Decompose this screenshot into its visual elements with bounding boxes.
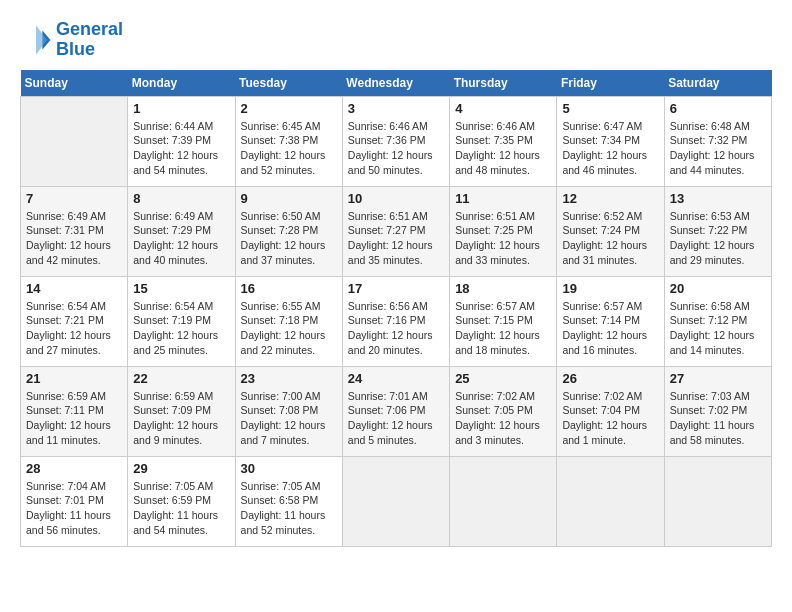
- day-cell: 13Sunrise: 6:53 AMSunset: 7:22 PMDayligh…: [664, 186, 771, 276]
- day-number: 5: [562, 101, 658, 116]
- day-cell: 9Sunrise: 6:50 AMSunset: 7:28 PMDaylight…: [235, 186, 342, 276]
- day-info: Sunrise: 6:57 AMSunset: 7:14 PMDaylight:…: [562, 299, 658, 358]
- day-info: Sunrise: 6:55 AMSunset: 7:18 PMDaylight:…: [241, 299, 337, 358]
- day-cell: 7Sunrise: 6:49 AMSunset: 7:31 PMDaylight…: [21, 186, 128, 276]
- day-header-monday: Monday: [128, 70, 235, 97]
- day-number: 25: [455, 371, 551, 386]
- day-cell: 20Sunrise: 6:58 AMSunset: 7:12 PMDayligh…: [664, 276, 771, 366]
- day-cell: 5Sunrise: 6:47 AMSunset: 7:34 PMDaylight…: [557, 96, 664, 186]
- day-info: Sunrise: 6:59 AMSunset: 7:09 PMDaylight:…: [133, 389, 229, 448]
- day-info: Sunrise: 7:02 AMSunset: 7:05 PMDaylight:…: [455, 389, 551, 448]
- day-info: Sunrise: 7:02 AMSunset: 7:04 PMDaylight:…: [562, 389, 658, 448]
- day-cell: 21Sunrise: 6:59 AMSunset: 7:11 PMDayligh…: [21, 366, 128, 456]
- day-number: 10: [348, 191, 444, 206]
- day-cell: [450, 456, 557, 546]
- day-cell: 25Sunrise: 7:02 AMSunset: 7:05 PMDayligh…: [450, 366, 557, 456]
- day-cell: 30Sunrise: 7:05 AMSunset: 6:58 PMDayligh…: [235, 456, 342, 546]
- day-info: Sunrise: 6:49 AMSunset: 7:31 PMDaylight:…: [26, 209, 122, 268]
- day-cell: 2Sunrise: 6:45 AMSunset: 7:38 PMDaylight…: [235, 96, 342, 186]
- day-info: Sunrise: 6:44 AMSunset: 7:39 PMDaylight:…: [133, 119, 229, 178]
- day-cell: [342, 456, 449, 546]
- day-number: 16: [241, 281, 337, 296]
- day-info: Sunrise: 7:05 AMSunset: 6:59 PMDaylight:…: [133, 479, 229, 538]
- day-cell: 26Sunrise: 7:02 AMSunset: 7:04 PMDayligh…: [557, 366, 664, 456]
- day-number: 13: [670, 191, 766, 206]
- day-info: Sunrise: 6:45 AMSunset: 7:38 PMDaylight:…: [241, 119, 337, 178]
- calendar-header-row: SundayMondayTuesdayWednesdayThursdayFrid…: [21, 70, 772, 97]
- week-row-2: 7Sunrise: 6:49 AMSunset: 7:31 PMDaylight…: [21, 186, 772, 276]
- day-number: 1: [133, 101, 229, 116]
- day-number: 29: [133, 461, 229, 476]
- day-header-wednesday: Wednesday: [342, 70, 449, 97]
- day-header-saturday: Saturday: [664, 70, 771, 97]
- day-cell: 16Sunrise: 6:55 AMSunset: 7:18 PMDayligh…: [235, 276, 342, 366]
- day-number: 18: [455, 281, 551, 296]
- day-info: Sunrise: 6:46 AMSunset: 7:36 PMDaylight:…: [348, 119, 444, 178]
- svg-marker-1: [36, 25, 47, 54]
- day-cell: 28Sunrise: 7:04 AMSunset: 7:01 PMDayligh…: [21, 456, 128, 546]
- day-cell: 11Sunrise: 6:51 AMSunset: 7:25 PMDayligh…: [450, 186, 557, 276]
- day-number: 22: [133, 371, 229, 386]
- day-number: 4: [455, 101, 551, 116]
- day-cell: 17Sunrise: 6:56 AMSunset: 7:16 PMDayligh…: [342, 276, 449, 366]
- day-info: Sunrise: 6:52 AMSunset: 7:24 PMDaylight:…: [562, 209, 658, 268]
- logo-text: General Blue: [56, 20, 123, 60]
- day-info: Sunrise: 6:54 AMSunset: 7:19 PMDaylight:…: [133, 299, 229, 358]
- day-number: 8: [133, 191, 229, 206]
- logo-icon: [20, 24, 52, 56]
- day-info: Sunrise: 6:51 AMSunset: 7:25 PMDaylight:…: [455, 209, 551, 268]
- day-number: 11: [455, 191, 551, 206]
- day-number: 14: [26, 281, 122, 296]
- day-number: 15: [133, 281, 229, 296]
- day-number: 19: [562, 281, 658, 296]
- day-info: Sunrise: 6:50 AMSunset: 7:28 PMDaylight:…: [241, 209, 337, 268]
- day-number: 2: [241, 101, 337, 116]
- day-info: Sunrise: 6:53 AMSunset: 7:22 PMDaylight:…: [670, 209, 766, 268]
- day-cell: 15Sunrise: 6:54 AMSunset: 7:19 PMDayligh…: [128, 276, 235, 366]
- day-number: 7: [26, 191, 122, 206]
- day-info: Sunrise: 7:04 AMSunset: 7:01 PMDaylight:…: [26, 479, 122, 538]
- day-cell: [557, 456, 664, 546]
- day-number: 6: [670, 101, 766, 116]
- day-cell: 18Sunrise: 6:57 AMSunset: 7:15 PMDayligh…: [450, 276, 557, 366]
- logo: General Blue: [20, 20, 123, 60]
- day-info: Sunrise: 6:54 AMSunset: 7:21 PMDaylight:…: [26, 299, 122, 358]
- calendar-table: SundayMondayTuesdayWednesdayThursdayFrid…: [20, 70, 772, 547]
- day-cell: 24Sunrise: 7:01 AMSunset: 7:06 PMDayligh…: [342, 366, 449, 456]
- day-header-thursday: Thursday: [450, 70, 557, 97]
- day-info: Sunrise: 6:48 AMSunset: 7:32 PMDaylight:…: [670, 119, 766, 178]
- week-row-3: 14Sunrise: 6:54 AMSunset: 7:21 PMDayligh…: [21, 276, 772, 366]
- day-info: Sunrise: 6:59 AMSunset: 7:11 PMDaylight:…: [26, 389, 122, 448]
- day-cell: 19Sunrise: 6:57 AMSunset: 7:14 PMDayligh…: [557, 276, 664, 366]
- day-cell: [21, 96, 128, 186]
- day-cell: 3Sunrise: 6:46 AMSunset: 7:36 PMDaylight…: [342, 96, 449, 186]
- day-number: 12: [562, 191, 658, 206]
- day-info: Sunrise: 6:49 AMSunset: 7:29 PMDaylight:…: [133, 209, 229, 268]
- day-number: 3: [348, 101, 444, 116]
- day-cell: 22Sunrise: 6:59 AMSunset: 7:09 PMDayligh…: [128, 366, 235, 456]
- week-row-5: 28Sunrise: 7:04 AMSunset: 7:01 PMDayligh…: [21, 456, 772, 546]
- page-header: General Blue: [20, 20, 772, 60]
- day-info: Sunrise: 6:56 AMSunset: 7:16 PMDaylight:…: [348, 299, 444, 358]
- day-number: 27: [670, 371, 766, 386]
- day-number: 9: [241, 191, 337, 206]
- day-cell: 8Sunrise: 6:49 AMSunset: 7:29 PMDaylight…: [128, 186, 235, 276]
- day-info: Sunrise: 6:46 AMSunset: 7:35 PMDaylight:…: [455, 119, 551, 178]
- day-info: Sunrise: 7:00 AMSunset: 7:08 PMDaylight:…: [241, 389, 337, 448]
- day-info: Sunrise: 6:47 AMSunset: 7:34 PMDaylight:…: [562, 119, 658, 178]
- day-cell: 10Sunrise: 6:51 AMSunset: 7:27 PMDayligh…: [342, 186, 449, 276]
- day-number: 24: [348, 371, 444, 386]
- day-cell: [664, 456, 771, 546]
- day-number: 17: [348, 281, 444, 296]
- week-row-4: 21Sunrise: 6:59 AMSunset: 7:11 PMDayligh…: [21, 366, 772, 456]
- day-cell: 6Sunrise: 6:48 AMSunset: 7:32 PMDaylight…: [664, 96, 771, 186]
- day-cell: 1Sunrise: 6:44 AMSunset: 7:39 PMDaylight…: [128, 96, 235, 186]
- day-number: 21: [26, 371, 122, 386]
- day-cell: 23Sunrise: 7:00 AMSunset: 7:08 PMDayligh…: [235, 366, 342, 456]
- day-cell: 12Sunrise: 6:52 AMSunset: 7:24 PMDayligh…: [557, 186, 664, 276]
- day-info: Sunrise: 7:01 AMSunset: 7:06 PMDaylight:…: [348, 389, 444, 448]
- day-number: 26: [562, 371, 658, 386]
- day-number: 28: [26, 461, 122, 476]
- day-number: 30: [241, 461, 337, 476]
- day-info: Sunrise: 6:57 AMSunset: 7:15 PMDaylight:…: [455, 299, 551, 358]
